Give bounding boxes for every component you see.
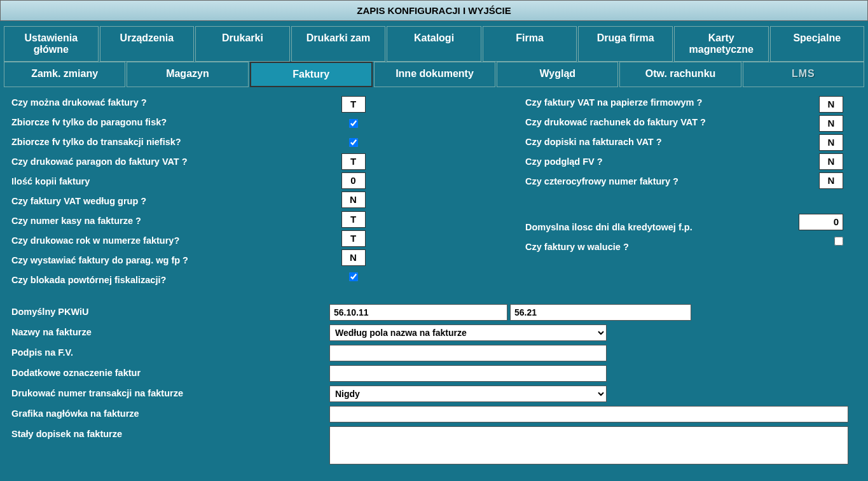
vat-by-groups-input[interactable]: N — [341, 192, 366, 208]
bulk-fv-nonfisk-checkbox[interactable] — [349, 138, 358, 147]
label-vat-on-letterhead: Czy faktury VAT na papierze firmowym ? — [525, 96, 802, 109]
invoices-to-parag-fp-input[interactable]: N — [341, 249, 366, 266]
label-register-num-on-invoice: Czy numer kasy na fakturze ? — [11, 214, 329, 227]
fixed-note-textarea[interactable] — [329, 426, 848, 464]
label-signature: Podpis na F.V. — [11, 345, 329, 358]
can-print-invoices-input[interactable]: T — [341, 96, 366, 113]
tab-wyglad[interactable]: Wygląd — [497, 62, 618, 87]
signature-input[interactable] — [329, 345, 607, 361]
notes-on-vat-input[interactable]: N — [819, 134, 843, 151]
label-header-graphic: Grafika nagłówka na fakturze — [11, 406, 329, 419]
vat-on-letterhead-input[interactable]: N — [819, 96, 843, 113]
label-print-bill-to-vat: Czy drukować rachunek do faktury VAT ? — [525, 116, 802, 129]
tab-otw-rachunku[interactable]: Otw. rachunku — [619, 62, 741, 87]
tab-firma[interactable]: Firma — [483, 26, 577, 62]
label-bulk-fv-nonfisk: Zbiorcze fv tylko do transakcji niefisk? — [11, 136, 329, 148]
year-in-number-input[interactable]: T — [341, 230, 366, 247]
label-names-on-invoice: Nazwy na fakturze — [11, 324, 329, 337]
tab-lms[interactable]: LMS — [743, 62, 864, 87]
label-vat-by-groups: Czy faktury VAT według grup ? — [11, 195, 329, 207]
label-print-receipt-to-vat: Czy drukować paragon do faktury VAT ? — [11, 155, 329, 168]
print-receipt-to-vat-input[interactable]: T — [341, 153, 366, 170]
tab-row-2: Zamk. zmiany Magazyn Faktury Inne dokume… — [0, 62, 868, 87]
tab-urzadzenia[interactable]: Urządzenia — [100, 26, 195, 62]
label-default-credit-days: Domyslna ilosc dni dla kredytowej f.p. — [525, 221, 802, 234]
currency-invoices-checkbox[interactable] — [834, 237, 843, 246]
tab-faktury[interactable]: Faktury — [250, 62, 373, 87]
pkwiu-1-input[interactable] — [329, 304, 507, 321]
save-exit-button[interactable]: ZAPIS KONFIGURACJI I WYJŚCIE — [0, 0, 868, 21]
tab-magazyn[interactable]: Magazyn — [127, 62, 248, 87]
label-invoices-to-parag-fp: Czy wystawiać faktury do parag. wg fp ? — [11, 254, 329, 267]
tab-karty-magnetyczne[interactable]: Karty magnetyczne — [674, 26, 769, 62]
tab-row-1: Ustawienia główne Urządzenia Drukarki Dr… — [0, 26, 868, 62]
label-bulk-fv-fisk: Zbiorcze fv tylko do paragonu fisk? — [11, 116, 329, 129]
register-num-on-invoice-input[interactable]: T — [341, 211, 366, 228]
tab-specjalne[interactable]: Specjalne — [770, 26, 865, 62]
tab-inne-dokumenty[interactable]: Inne dokumenty — [374, 62, 495, 87]
tab-drukarki-zam[interactable]: Drukarki zam — [291, 26, 386, 62]
label-can-print-invoices: Czy można drukować faktury ? — [11, 96, 329, 109]
copy-count-input[interactable]: 0 — [341, 172, 366, 189]
default-credit-days-input[interactable] — [799, 214, 843, 230]
tab-ustawienia-glowne[interactable]: Ustawienia główne — [4, 26, 99, 62]
label-copy-count: Ilość kopii faktury — [11, 175, 329, 188]
label-fixed-note: Stały dopisek na fakturze — [11, 426, 329, 439]
pkwiu-2-input[interactable] — [510, 304, 691, 321]
label-year-in-number: Czy drukowac rok w numerze faktury? — [11, 234, 329, 247]
label-fv-preview: Czy podgląd FV ? — [525, 155, 802, 168]
tab-druga-firma[interactable]: Druga firma — [578, 26, 673, 62]
label-print-trans-num: Drukować numer transakcji na fakturze — [11, 386, 329, 398]
label-currency-invoices: Czy faktury w walucie ? — [525, 240, 802, 253]
tab-zamk-zmiany[interactable]: Zamk. zmiany — [4, 62, 125, 87]
print-bill-to-vat-input[interactable]: N — [819, 115, 843, 132]
header-graphic-input[interactable] — [329, 406, 848, 422]
refisk-lock-checkbox[interactable] — [349, 272, 358, 281]
label-extra-mark: Dodatkowe oznaczenie faktur — [11, 365, 329, 378]
label-refisk-lock: Czy blokada powtórnej fiskalizacji? — [11, 274, 329, 286]
label-default-pkwiu: Domyślny PKWiU — [11, 304, 329, 317]
tab-drukarki[interactable]: Drukarki — [195, 26, 290, 62]
tab-katalogi[interactable]: Katalogi — [387, 26, 481, 62]
names-on-invoice-select[interactable]: Według pola nazwa na fakturze — [329, 324, 607, 341]
print-trans-num-select[interactable]: Nigdy — [329, 386, 607, 402]
four-digit-num-input[interactable]: N — [819, 172, 843, 189]
fv-preview-input[interactable]: N — [819, 153, 843, 170]
label-four-digit-num: Czy czterocyfrowy numer faktury ? — [525, 175, 802, 188]
label-notes-on-vat: Czy dopiski na fakturach VAT ? — [525, 136, 802, 148]
bulk-fv-fisk-checkbox[interactable] — [349, 119, 358, 128]
extra-mark-input[interactable] — [329, 365, 607, 382]
